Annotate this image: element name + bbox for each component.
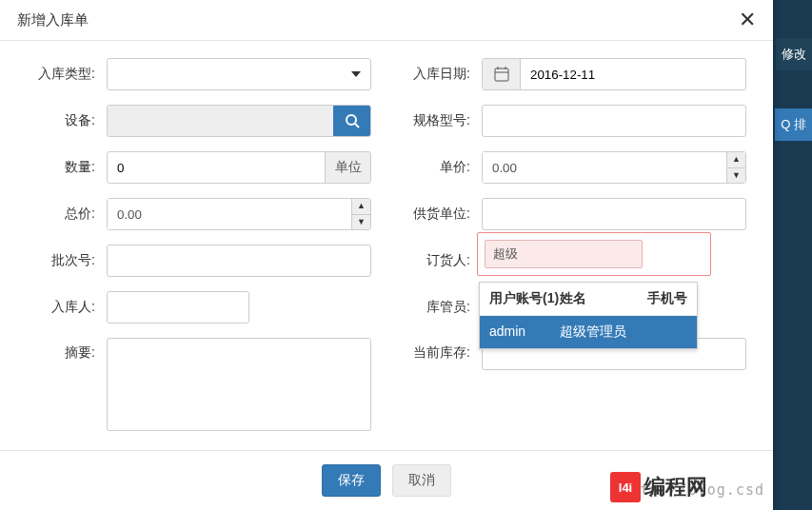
label-unitprice: 单价: <box>386 159 482 176</box>
label-quantity: 数量: <box>11 159 107 176</box>
label-device: 设备: <box>11 112 107 129</box>
save-button[interactable]: 保存 <box>322 464 381 497</box>
label-spec: 规格型号: <box>386 112 482 129</box>
svg-line-5 <box>355 124 359 128</box>
spinner-up-icon[interactable]: ▲ <box>352 199 370 215</box>
bg-search-button: Q 排 <box>775 108 812 141</box>
modal-header: 新增入库单 ✕ <box>0 0 773 41</box>
type-select[interactable] <box>107 58 371 90</box>
svg-rect-0 <box>495 69 508 81</box>
spec-input[interactable] <box>482 105 746 137</box>
label-orderer: 订货人: <box>386 252 482 269</box>
item-phone <box>643 324 687 341</box>
search-icon[interactable] <box>333 105 371 137</box>
spinner-up-icon[interactable]: ▲ <box>727 152 745 168</box>
logo-text: 编程网 <box>644 473 707 501</box>
device-input-group <box>107 105 371 137</box>
label-keeper: 库管员: <box>386 299 482 316</box>
spinner-down-icon[interactable]: ▼ <box>727 168 745 184</box>
close-icon[interactable]: ✕ <box>739 10 756 30</box>
warehouser-input[interactable] <box>107 291 249 324</box>
batch-input[interactable] <box>107 245 371 277</box>
label-supplier: 供货单位: <box>386 206 482 223</box>
dropdown-header: 用户账号(1) 姓名 手机号 <box>480 283 697 316</box>
item-name: 超级管理员 <box>560 324 643 341</box>
unitprice-spinner: ▲ ▼ <box>482 151 746 184</box>
unitprice-input[interactable] <box>483 152 726 183</box>
total-spinner: ▲ ▼ <box>107 198 371 230</box>
label-total: 总价: <box>11 206 107 223</box>
label-date: 入库日期: <box>386 66 482 83</box>
dropdown-item[interactable]: admin 超级管理员 <box>480 316 697 348</box>
modal-title: 新增入库单 <box>17 11 89 29</box>
col-name: 姓名 <box>560 290 643 307</box>
autocomplete-dropdown: 用户账号(1) 姓名 手机号 admin 超级管理员 <box>479 282 698 349</box>
logo: l4i 编程网 <box>610 472 707 502</box>
label-batch: 批次号: <box>11 252 107 269</box>
supplier-input[interactable] <box>482 198 746 230</box>
col-phone: 手机号 <box>643 290 687 307</box>
date-input[interactable] <box>521 59 745 89</box>
modal-body: 入库类型: 入库日期: 设备: <box>0 41 773 455</box>
label-type: 入库类型: <box>11 66 107 83</box>
svg-point-4 <box>347 115 356 125</box>
quantity-group: 单位 <box>107 151 371 184</box>
bg-edit-button: 修改 <box>776 38 812 70</box>
spinner-down-icon[interactable]: ▼ <box>352 215 370 230</box>
orderer-input[interactable] <box>485 240 643 268</box>
unit-addon: 单位 <box>325 152 370 183</box>
col-account: 用户账号(1) <box>489 290 560 307</box>
cancel-button[interactable]: 取消 <box>392 464 451 497</box>
calendar-icon[interactable] <box>483 59 521 89</box>
label-warehouser: 入库人: <box>11 299 107 316</box>
total-input[interactable] <box>108 199 351 229</box>
logo-badge: l4i <box>610 472 641 502</box>
orderer-highlight <box>477 232 711 276</box>
summary-textarea[interactable] <box>107 338 371 431</box>
date-input-group <box>482 58 746 90</box>
device-input[interactable] <box>108 106 333 136</box>
label-stock: 当前库存: <box>386 338 482 362</box>
item-account: admin <box>489 324 560 341</box>
modal-dialog: 新增入库单 ✕ 入库类型: 入库日期: 设备: <box>0 0 773 510</box>
label-summary: 摘要: <box>11 338 107 362</box>
quantity-input[interactable] <box>108 152 325 183</box>
